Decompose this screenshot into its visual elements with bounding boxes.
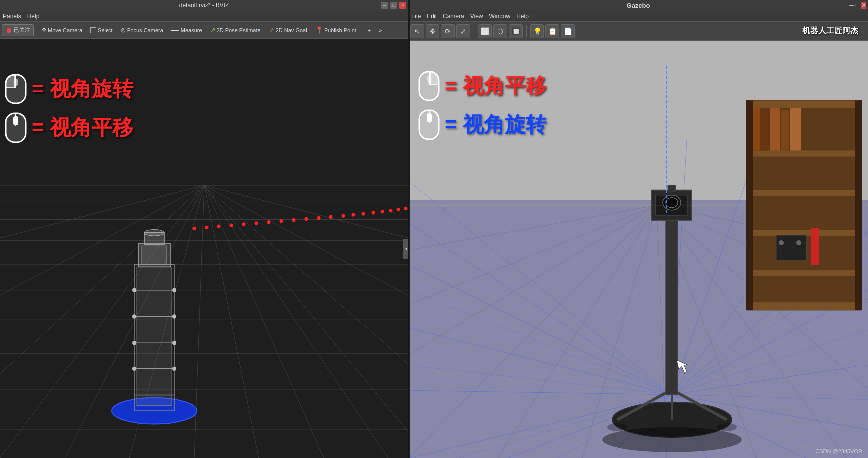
gazebo-sphere-btn[interactable]: ⬡ bbox=[493, 24, 507, 38]
gazebo-mouse-annotation: = 视角平移 = 视角旋转 bbox=[418, 71, 546, 148]
rviz-title-bar: default.rviz* - RVIZ ─ □ ✕ bbox=[0, 0, 408, 11]
toolbar-2d-nav-btn[interactable]: ↗ 2D Nav Goal bbox=[265, 24, 311, 36]
rviz-middle-click-label: = 视角平移 bbox=[32, 114, 133, 142]
svg-point-53 bbox=[292, 218, 296, 222]
svg-point-62 bbox=[389, 209, 393, 212]
rviz-close-btn[interactable]: ✕ bbox=[399, 2, 406, 9]
svg-point-143 bbox=[607, 423, 627, 431]
svg-rect-125 bbox=[811, 228, 819, 265]
rviz-maximize-btn[interactable]: □ bbox=[390, 2, 397, 9]
gazebo-minimize-btn[interactable]: ─ bbox=[849, 2, 854, 9]
svg-point-52 bbox=[280, 219, 283, 223]
svg-rect-130 bbox=[855, 100, 861, 310]
toolbar-focus-camera-btn[interactable]: ◎ Focus Camera bbox=[117, 25, 167, 35]
gazebo-menu-edit[interactable]: Edit bbox=[427, 13, 437, 20]
toolbar-move-camera-btn[interactable]: ✥ Move Camera bbox=[38, 25, 86, 35]
toolbar-add-btn[interactable]: + bbox=[364, 25, 374, 35]
gazebo-middle-click-row: = 视角旋转 bbox=[418, 109, 546, 140]
svg-point-54 bbox=[305, 217, 308, 221]
rviz-menu-help[interactable]: Help bbox=[27, 13, 40, 20]
rviz-toolbar: ⏺ 已关注 ✥ Move Camera Select ◎ Focus Camer… bbox=[0, 22, 408, 39]
rviz-menu-panels[interactable]: Panels bbox=[3, 13, 21, 20]
svg-rect-116 bbox=[747, 190, 861, 196]
rviz-left-click-row: = 视角旋转 bbox=[5, 74, 133, 104]
svg-point-128 bbox=[796, 240, 801, 245]
2d-nav-label: 2D Nav Goal bbox=[276, 27, 307, 33]
gazebo-scale-btn[interactable]: ⤢ bbox=[456, 24, 470, 38]
toolbar-measure-btn[interactable]: — Measure bbox=[168, 24, 206, 37]
rviz-window-controls: ─ □ ✕ bbox=[381, 2, 406, 9]
gazebo-menu-bar: File Edit Camera View Window Help bbox=[408, 11, 868, 22]
gazebo-viewport[interactable]: = 视角平移 = 视角旋转 CSDN @2345VOR bbox=[408, 41, 868, 458]
svg-rect-123 bbox=[781, 110, 789, 150]
svg-rect-32 bbox=[137, 267, 172, 405]
2d-nav-icon: ↗ bbox=[269, 26, 274, 34]
svg-rect-115 bbox=[747, 151, 861, 157]
gazebo-rotate-btn[interactable]: ⟳ bbox=[441, 24, 455, 38]
rviz-collapse-handle[interactable]: ◂ bbox=[403, 239, 408, 259]
gazebo-right-click-row: = 视角平移 bbox=[418, 71, 546, 101]
svg-rect-122 bbox=[770, 108, 780, 150]
move-camera-icon: ✥ bbox=[42, 27, 46, 33]
gazebo-cylinder-btn[interactable]: 🔲 bbox=[509, 24, 523, 38]
svg-rect-129 bbox=[747, 100, 753, 310]
svg-rect-149 bbox=[427, 76, 431, 83]
gazebo-win-controls: ─ □ ✕ bbox=[849, 2, 866, 9]
gazebo-menu-camera[interactable]: Camera bbox=[443, 13, 464, 20]
gazebo-menu-file[interactable]: File bbox=[411, 13, 421, 20]
measure-icon: — bbox=[171, 26, 179, 35]
toolbar-publish-point-btn[interactable]: 📍 Publish Point bbox=[312, 24, 360, 36]
svg-point-33 bbox=[132, 288, 136, 292]
svg-point-47 bbox=[217, 225, 221, 228]
gazebo-brand-text: 机器人工匠阿杰 bbox=[802, 26, 866, 36]
gazebo-cursor-btn[interactable]: ↖ bbox=[410, 24, 424, 38]
gazebo-title-bar: Gazebo ─ □ ✕ bbox=[408, 0, 868, 11]
svg-point-45 bbox=[193, 227, 196, 230]
record-label: 已关注 bbox=[14, 26, 30, 34]
rviz-minimize-btn[interactable]: ─ bbox=[381, 2, 388, 9]
svg-point-59 bbox=[362, 212, 365, 215]
gazebo-paste-btn[interactable]: 📄 bbox=[561, 24, 575, 38]
toolbar-select-btn[interactable]: Select bbox=[87, 25, 116, 35]
gazebo-maximize-btn[interactable]: □ bbox=[856, 2, 859, 9]
gazebo-title-text: Gazebo bbox=[627, 2, 650, 9]
svg-rect-126 bbox=[776, 235, 806, 260]
toolbar-more-btn[interactable]: » bbox=[375, 25, 385, 35]
gazebo-panel: Gazebo ─ □ ✕ File Edit Camera View Windo… bbox=[408, 0, 868, 458]
rviz-mouse-annotation: = 视角旋转 = 视角平移 bbox=[5, 74, 133, 151]
svg-rect-118 bbox=[747, 270, 861, 276]
gazebo-menu-window[interactable]: Window bbox=[489, 13, 511, 20]
gazebo-copy-btn[interactable]: 📋 bbox=[545, 24, 559, 38]
select-icon bbox=[90, 27, 96, 33]
rviz-menu-bar: Panels Help bbox=[0, 11, 408, 22]
gazebo-translate-btn[interactable]: ✥ bbox=[426, 24, 439, 38]
rviz-left-click-label: = 视角旋转 bbox=[32, 75, 133, 103]
gazebo-close-btn[interactable]: ✕ bbox=[861, 2, 866, 9]
focus-camera-icon: ◎ bbox=[121, 27, 126, 33]
svg-point-39 bbox=[132, 367, 136, 371]
move-camera-label: Move Camera bbox=[48, 27, 82, 33]
rviz-viewport[interactable]: = 视角旋转 = 视角平移 ◂ bbox=[0, 39, 408, 458]
svg-rect-67 bbox=[14, 79, 18, 86]
toolbar-record-btn[interactable]: ⏺ 已关注 bbox=[2, 24, 34, 36]
gazebo-toolbar-sep-2 bbox=[526, 25, 527, 37]
left-mouse-icon bbox=[5, 74, 27, 104]
publish-point-label: Publish Point bbox=[325, 27, 356, 33]
gazebo-menu-help[interactable]: Help bbox=[516, 13, 529, 20]
2d-pose-label: 2D Pose Estimate bbox=[217, 27, 261, 33]
toolbar-2d-pose-btn[interactable]: ↗ 2D Pose Estimate bbox=[207, 24, 264, 36]
svg-point-35 bbox=[132, 314, 136, 318]
gazebo-menu-view[interactable]: View bbox=[470, 13, 483, 20]
gazebo-box-btn[interactable]: ⬜ bbox=[478, 24, 492, 38]
measure-label: Measure bbox=[181, 27, 202, 33]
svg-point-63 bbox=[397, 208, 400, 211]
svg-point-46 bbox=[205, 226, 209, 229]
svg-point-144 bbox=[717, 423, 737, 431]
gazebo-toolbar: ↖ ✥ ⟳ ⤢ ⬜ ⬡ 🔲 💡 📋 📄 机器人工匠阿杰 bbox=[408, 22, 868, 41]
2d-pose-icon: ↗ bbox=[210, 26, 216, 34]
gazebo-light-btn[interactable]: 💡 bbox=[530, 24, 544, 38]
add-icon: + bbox=[368, 27, 371, 33]
rviz-middle-click-row: = 视角平移 bbox=[5, 112, 133, 143]
middle-mouse-icon bbox=[5, 112, 27, 143]
svg-rect-70 bbox=[13, 116, 18, 125]
